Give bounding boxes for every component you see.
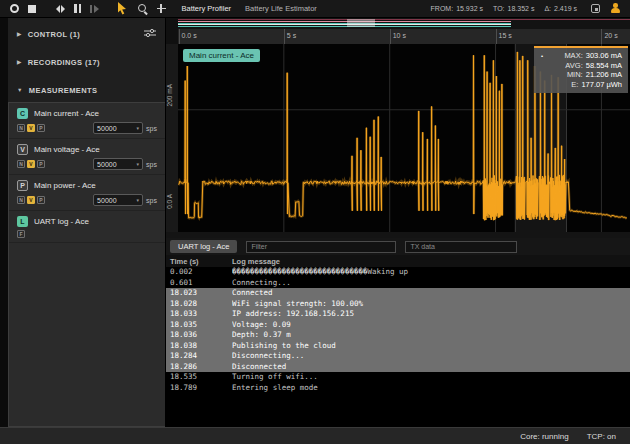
minimap-view-highlight[interactable] [347,19,375,27]
tcp-status: TCP: on [587,432,616,441]
stat-max-value: 303.06 mA [586,51,622,61]
sidebar-section-measurements[interactable]: ▼ MEASUREMENTS [8,78,165,102]
log-row[interactable]: 0.002������������������������������Wakin… [166,267,630,278]
log-time: 0.601 [166,278,232,289]
log-table-body[interactable]: 0.002������������������������������Wakin… [166,267,630,427]
series-badge[interactable]: Main current - Ace [183,49,260,62]
log-row[interactable]: 18.036Depth: 0.37 m [166,330,630,341]
measurement-item[interactable]: VMain voltage - AceNVP50000▾sps [9,139,165,175]
stop-icon[interactable] [28,5,36,13]
measurement-name: Main power - Ace [34,181,96,190]
uart-log-tab[interactable]: UART log - Ace [170,240,237,253]
measurement-type-badge: C [17,108,28,119]
axis-flag-f[interactable]: F [17,230,25,238]
axis-tick [179,29,180,44]
range-to-value: 18.352 s [508,5,535,12]
log-time: 18.789 [166,383,232,394]
column-log-message: Log message [232,257,280,266]
stat-energy-value: 177.07 µWh [581,80,622,90]
log-time: 18.535 [166,372,232,383]
log-message: Turning off wifi... [232,372,630,383]
measurement-type-badge: P [17,180,28,191]
sample-rate-select[interactable]: 50000▾ [93,122,143,134]
log-time: 18.033 [166,309,232,320]
log-time: 18.036 [166,330,232,341]
sidebar-section-control[interactable]: ▶ CONTROL (1) [8,22,165,46]
chevron-right-icon: ▶ [17,31,22,37]
chart-plot-area[interactable]: Main current - Ace • MAX:303.06 mA AVG:5… [178,44,630,232]
minimap-recording-line [178,19,630,20]
pan-tool-icon[interactable] [157,4,166,13]
log-message: Depth: 0.37 m [232,330,630,341]
step-icon[interactable] [90,5,99,13]
cursor-tool-icon[interactable] [117,2,128,15]
tab-battery-profiler[interactable]: Battery Profiler [182,4,232,13]
toolbar: Battery Profiler Battery Life Estimator … [0,0,630,18]
stat-min-label: MIN: [567,70,583,80]
measurement-item[interactable]: PMain power - AceNVP50000▾sps [9,175,165,211]
axis-flag-v[interactable]: V [27,124,35,132]
log-row[interactable]: 18.033IP address: 192.168.156.215 [166,309,630,320]
measurement-item[interactable]: CMain current - AceNVP50000▾sps [9,103,165,139]
sidebar-section-recordings[interactable]: ▶ RECORDINGS (17) [8,50,165,74]
fit-width-icon[interactable] [56,5,65,13]
zoom-tool-icon[interactable] [137,3,148,14]
axis-tick-label: 5 s [287,32,296,39]
recordings-minimap[interactable] [178,18,630,29]
axis-tick-label: 15 s [499,32,512,39]
y-axis-label-0a: 0.0 A [166,194,173,209]
axis-tick-label: 10 s [393,32,406,39]
measurement-item[interactable]: LUART log - AceF [9,211,165,243]
tab-battery-life-estimator[interactable]: Battery Life Estimator [245,4,317,13]
log-message: Publishing to the cloud [232,341,630,352]
log-time: 18.286 [166,362,232,373]
range-delta-value: 2.419 s [554,5,577,12]
axis-flag-n[interactable]: N [17,160,25,168]
tx-data-input[interactable] [405,241,517,253]
stat-min-value: 21.206 mA [586,70,622,80]
axis-flag-p[interactable]: P [37,160,45,168]
log-time: 18.028 [166,299,232,310]
measurements-panel: CMain current - AceNVP50000▾spsVMain vol… [8,102,165,427]
tune-icon[interactable] [144,28,156,40]
stat-avg-value: 58.554 mA [586,61,622,71]
stat-avg-label: AVG: [565,61,582,71]
log-row[interactable]: 0.601Connecting... [166,278,630,289]
uart-toolbar: UART log - Ace [166,238,630,255]
axis-tick [284,29,285,44]
pause-icon[interactable] [74,4,81,13]
chevron-down-icon: ▾ [137,125,140,131]
filter-input[interactable] [246,241,396,253]
measurement-name: Main voltage - Ace [34,145,100,154]
log-message: Connected [232,288,630,299]
log-row[interactable]: 18.035Voltage: 0.09 [166,320,630,331]
log-message: Voltage: 0.09 [232,320,630,331]
log-message: ������������������������������Waking up [232,267,630,278]
record-icon[interactable] [10,4,19,13]
log-row[interactable]: 18.789Entering sleep mode [166,383,630,394]
axis-flag-p[interactable]: P [37,124,45,132]
log-row[interactable]: 18.284Disconnecting... [166,351,630,362]
log-row[interactable]: 18.286Disconnected [166,362,630,373]
axis-flag-v[interactable]: V [27,160,35,168]
sps-unit-label: sps [146,161,157,168]
log-row[interactable]: 18.023Connected [166,288,630,299]
time-axis[interactable]: 0.0 s5 s10 s15 s20 s [178,29,630,44]
axis-flag-n[interactable]: N [17,196,25,204]
sample-rate-select[interactable]: 50000▾ [93,158,143,170]
log-row[interactable]: 18.535Turning off wifi... [166,372,630,383]
axis-flag-n[interactable]: N [17,124,25,132]
user-icon[interactable] [610,3,620,14]
log-row[interactable]: 18.028WiFi signal strength: 100.00% [166,299,630,310]
log-time: 18.284 [166,351,232,362]
stats-dot-icon: • [541,53,543,59]
axis-flag-p[interactable]: P [37,196,45,204]
log-row[interactable]: 18.038Publishing to the cloud [166,341,630,352]
panel-icon[interactable] [591,4,600,13]
section-label: CONTROL (1) [28,30,81,39]
axis-flag-v[interactable]: V [27,196,35,204]
log-message: Disconnecting... [232,351,630,362]
log-message: WiFi signal strength: 100.00% [232,299,630,310]
axis-tick [390,29,391,44]
sample-rate-select[interactable]: 50000▾ [93,194,143,206]
